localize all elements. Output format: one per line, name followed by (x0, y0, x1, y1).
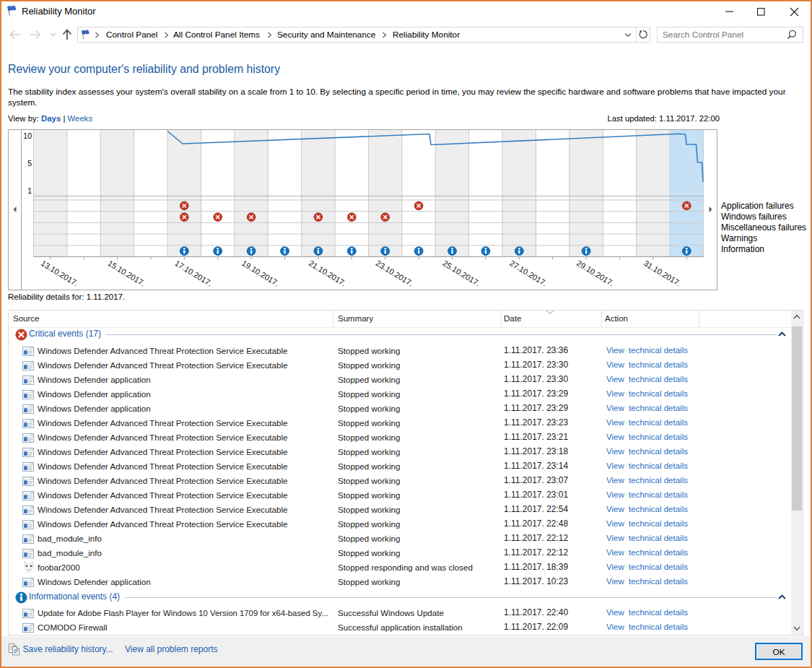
svg-text:27.10.2017.: 27.10.2017. (508, 259, 549, 288)
svg-text:Application failures: Application failures (721, 201, 794, 211)
svg-text:1: 1 (27, 186, 32, 195)
svg-text:17.10.2017.: 17.10.2017. (173, 259, 214, 288)
svg-text:19.10.2017.: 19.10.2017. (240, 259, 281, 288)
svg-text:25.10.2017.: 25.10.2017. (441, 259, 481, 288)
svg-text:5: 5 (27, 159, 32, 168)
svg-text:23.10.2017.: 23.10.2017. (375, 259, 415, 288)
svg-text:Miscellaneous failures: Miscellaneous failures (721, 222, 806, 233)
svg-text:13.10.2017.: 13.10.2017. (40, 259, 80, 288)
svg-text:Warnings: Warnings (721, 233, 757, 243)
svg-text:29.10.2017.: 29.10.2017. (575, 259, 616, 288)
svg-text:15.10.2017.: 15.10.2017. (106, 259, 147, 288)
svg-text:Windows failures: Windows failures (721, 212, 787, 222)
svg-text:31.10.2017.: 31.10.2017. (642, 259, 683, 288)
svg-text:Information: Information (721, 244, 764, 254)
svg-text:10: 10 (23, 131, 32, 140)
svg-text:21.10.2017.: 21.10.2017. (307, 259, 348, 288)
